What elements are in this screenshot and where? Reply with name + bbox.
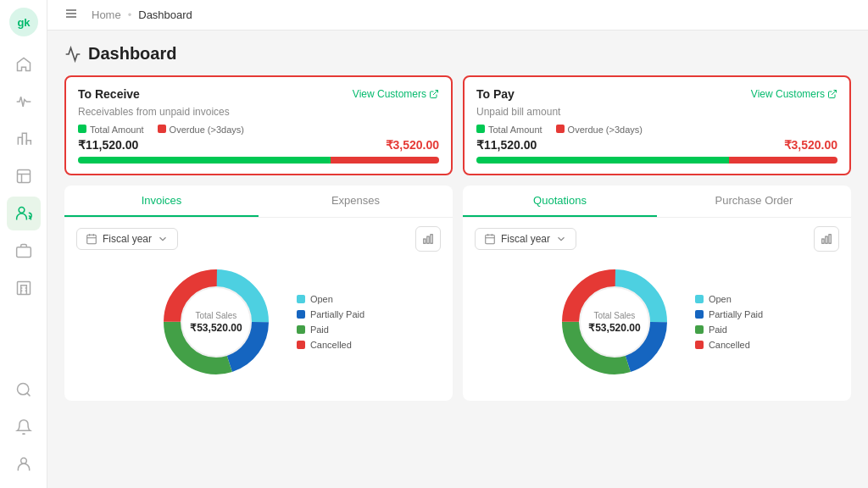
total-legend-dot-2 xyxy=(476,125,485,133)
quotations-donut: Total Sales ₹53,520.00 xyxy=(551,258,678,385)
to-receive-card: To Receive View Customers Receivables fr… xyxy=(64,75,453,175)
progress-red-bar-2 xyxy=(729,157,837,164)
app-logo[interactable]: gk xyxy=(8,7,39,37)
summary-cards-row: To Receive View Customers Receivables fr… xyxy=(64,75,851,175)
quotations-chart-card: Quotations Purchase Order Fiscal year xyxy=(463,186,851,401)
invoices-chart-card: Invoices Expenses Fiscal year xyxy=(64,186,453,401)
q-legend-paid: Paid xyxy=(695,324,763,335)
tab-purchase-order[interactable]: Purchase Order xyxy=(657,186,851,217)
to-pay-total: ₹11,520.00 xyxy=(476,138,537,152)
invoices-card-body: Fiscal year xyxy=(64,218,453,401)
q-legend-open-dot xyxy=(695,295,704,303)
to-pay-title: To Pay xyxy=(476,87,515,101)
svg-rect-27 xyxy=(486,235,495,244)
svg-line-12 xyxy=(433,91,438,96)
quotations-card-body: Fiscal year xyxy=(463,218,851,401)
bar-chart-icon-2 xyxy=(821,233,832,245)
q-legend-cancelled: Cancelled xyxy=(695,340,763,350)
quotations-filter-row: Fiscal year xyxy=(475,226,839,252)
sidebar-item-users[interactable] xyxy=(7,197,41,230)
to-pay-legends: Total Amount Overdue (>3days) xyxy=(476,125,837,135)
legend-partial-dot xyxy=(297,310,305,319)
invoices-filter-row: Fiscal year xyxy=(76,226,441,252)
to-pay-overdue: ₹3,520.00 xyxy=(784,138,838,152)
svg-line-13 xyxy=(832,91,837,96)
sidebar-item-bell[interactable] xyxy=(7,410,41,444)
svg-point-8 xyxy=(20,458,26,464)
sidebar: gk xyxy=(0,0,47,488)
progress-green-bar xyxy=(78,157,331,164)
external-link-icon-2 xyxy=(827,89,837,99)
quotations-donut-center: Total Sales ₹53,520.00 xyxy=(588,311,640,334)
sidebar-item-search[interactable] xyxy=(7,373,41,407)
quotations-fiscal-year-button[interactable]: Fiscal year xyxy=(475,228,576,250)
calendar-icon-2 xyxy=(484,233,496,245)
sidebar-item-chart[interactable] xyxy=(7,122,41,156)
invoices-fiscal-year-button[interactable]: Fiscal year xyxy=(76,228,178,250)
chart-cards-row: Invoices Expenses Fiscal year xyxy=(64,186,851,401)
topbar: Home • Dashboard xyxy=(47,0,868,30)
tab-invoices[interactable]: Invoices xyxy=(64,186,259,217)
invoices-donut-center: Total Sales ₹53,520.00 xyxy=(190,311,242,334)
to-pay-subtitle: Unpaid bill amount xyxy=(476,106,837,118)
calendar-icon xyxy=(86,233,97,245)
legend-paid-dot xyxy=(297,325,305,334)
external-link-icon xyxy=(429,89,439,99)
main-content: Home • Dashboard Dashboard To Receive Vi… xyxy=(47,0,868,488)
svg-rect-31 xyxy=(822,239,824,243)
to-pay-view-link[interactable]: View Customers xyxy=(751,88,837,100)
total-legend-dot xyxy=(78,125,86,133)
chevron-down-icon-2 xyxy=(555,233,567,245)
invoices-chart-type-button[interactable] xyxy=(415,226,441,252)
invoices-tabs: Invoices Expenses xyxy=(64,186,453,218)
sidebar-item-pulse[interactable] xyxy=(7,85,41,119)
sidebar-item-profile[interactable] xyxy=(7,447,41,481)
svg-rect-18 xyxy=(424,239,426,243)
sidebar-item-briefcase[interactable] xyxy=(7,234,41,268)
to-receive-total: ₹11,520.00 xyxy=(78,138,138,152)
svg-rect-2 xyxy=(17,170,30,183)
q-legend-partial-dot xyxy=(695,310,704,319)
overdue-legend-dot-2 xyxy=(556,125,565,133)
to-receive-progress xyxy=(78,157,439,164)
legend-cancelled-dot xyxy=(297,341,305,349)
quotations-donut-legend: Open Partially Paid Paid xyxy=(695,294,763,350)
svg-rect-32 xyxy=(826,236,827,243)
invoices-donut-section: Total Sales ₹53,520.00 Open Part xyxy=(76,258,441,392)
tab-quotations[interactable]: Quotations xyxy=(463,186,657,217)
tab-expenses[interactable]: Expenses xyxy=(259,186,453,217)
page-body: Dashboard To Receive View Customers Rece… xyxy=(47,30,868,488)
legend-open-dot xyxy=(297,295,305,303)
menu-toggle[interactable] xyxy=(64,7,78,23)
legend-open: Open xyxy=(297,294,364,304)
to-receive-view-link[interactable]: View Customers xyxy=(353,88,439,100)
svg-rect-4 xyxy=(16,247,31,258)
svg-rect-14 xyxy=(87,235,97,244)
legend-partially-paid: Partially Paid xyxy=(297,309,364,319)
to-pay-header: To Pay View Customers xyxy=(476,87,837,101)
to-receive-overdue: ₹3,520.00 xyxy=(386,138,440,152)
breadcrumb-home[interactable]: Home xyxy=(92,8,121,21)
breadcrumb-current: Dashboard xyxy=(138,8,192,21)
legend-cancelled: Cancelled xyxy=(297,340,364,350)
svg-text:gk: gk xyxy=(17,16,31,29)
sidebar-item-building[interactable] xyxy=(7,271,41,305)
progress-red-bar xyxy=(331,157,439,164)
svg-point-3 xyxy=(19,208,25,214)
chevron-down-icon xyxy=(157,233,169,245)
to-pay-amounts: ₹11,520.00 ₹3,520.00 xyxy=(476,138,837,152)
to-pay-card: To Pay View Customers Unpaid bill amount… xyxy=(463,75,851,175)
page-title: Dashboard xyxy=(64,44,851,64)
quotations-chart-type-button[interactable] xyxy=(814,226,839,252)
to-receive-legends: Total Amount Overdue (>3days) xyxy=(78,125,439,135)
bar-chart-icon xyxy=(422,233,434,245)
quotations-tabs: Quotations Purchase Order xyxy=(463,186,851,218)
to-receive-subtitle: Receivables from unpaid invoices xyxy=(78,106,439,118)
sidebar-item-box[interactable] xyxy=(7,159,41,193)
sidebar-item-home[interactable] xyxy=(7,47,41,81)
breadcrumb-separator: • xyxy=(128,8,132,21)
q-legend-paid-dot xyxy=(695,325,704,334)
to-pay-progress xyxy=(476,157,837,164)
svg-rect-19 xyxy=(427,236,429,243)
q-legend-open: Open xyxy=(695,294,763,304)
